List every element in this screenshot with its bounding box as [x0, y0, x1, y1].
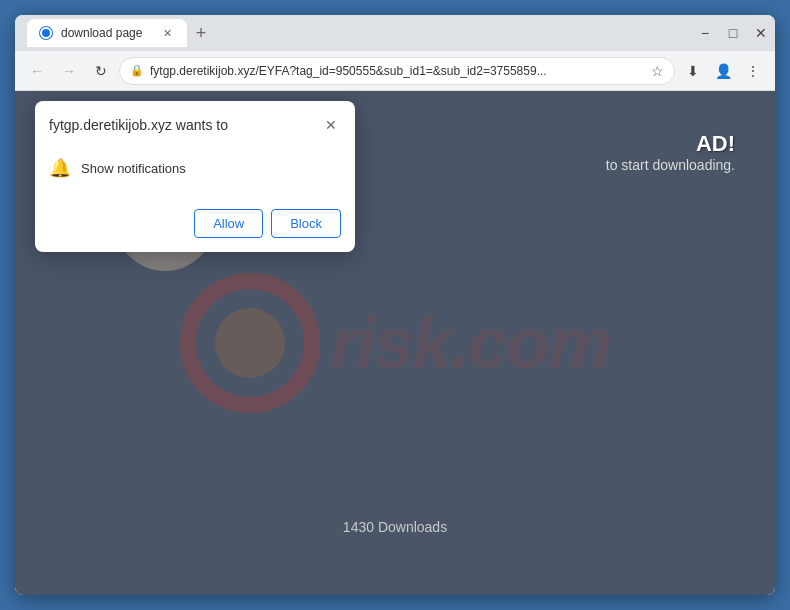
title-bar: download page ✕ + − □ ✕: [15, 15, 775, 51]
minimize-button[interactable]: −: [699, 27, 711, 39]
address-bar[interactable]: 🔒 fytgp.deretikijob.xyz/EYFA?tag_id=9505…: [119, 57, 675, 85]
back-button[interactable]: ←: [23, 57, 51, 85]
page-content: risk.com AD! to start downloading. 1430 …: [15, 91, 775, 595]
menu-button[interactable]: ⋮: [739, 57, 767, 85]
dialog-content: 🔔 Show notifications: [35, 145, 355, 201]
new-tab-button[interactable]: +: [187, 19, 215, 47]
page-subtext: to start downloading.: [606, 157, 735, 173]
bell-icon: 🔔: [49, 157, 71, 179]
bookmark-star-icon[interactable]: ☆: [651, 63, 664, 79]
dialog-buttons: Allow Block: [35, 201, 355, 252]
maximize-button[interactable]: □: [727, 27, 739, 39]
block-button[interactable]: Block: [271, 209, 341, 238]
tab-label: download page: [61, 26, 151, 40]
permission-dialog: fytgp.deretikijob.xyz wants to ✕ 🔔 Show …: [35, 101, 355, 252]
active-tab[interactable]: download page ✕: [27, 19, 187, 47]
page-heading: AD!: [606, 131, 735, 157]
notification-label: Show notifications: [81, 161, 186, 176]
profile-button[interactable]: 👤: [709, 57, 737, 85]
browser-window: download page ✕ + − □ ✕ ← → ↻ 🔒 fytgp.de…: [15, 15, 775, 595]
notification-row: 🔔 Show notifications: [49, 149, 341, 187]
tabs-area: download page ✕ +: [23, 19, 699, 47]
tab-favicon-icon: [39, 26, 53, 40]
allow-button[interactable]: Allow: [194, 209, 263, 238]
window-controls: − □ ✕: [699, 27, 767, 39]
address-text: fytgp.deretikijob.xyz/EYFA?tag_id=950555…: [150, 64, 645, 78]
close-button[interactable]: ✕: [755, 27, 767, 39]
dialog-header: fytgp.deretikijob.xyz wants to ✕: [35, 101, 355, 145]
dialog-close-button[interactable]: ✕: [321, 115, 341, 135]
forward-button[interactable]: →: [55, 57, 83, 85]
reload-button[interactable]: ↻: [87, 57, 115, 85]
watermark-text: risk.com: [330, 302, 610, 384]
nav-actions: ⬇ 👤 ⋮: [679, 57, 767, 85]
tab-close-button[interactable]: ✕: [159, 25, 175, 41]
dialog-title: fytgp.deretikijob.xyz wants to: [49, 117, 228, 133]
page-text-area: AD! to start downloading.: [606, 131, 735, 173]
downloads-button[interactable]: ⬇: [679, 57, 707, 85]
nav-bar: ← → ↻ 🔒 fytgp.deretikijob.xyz/EYFA?tag_i…: [15, 51, 775, 91]
logo-circle: [180, 273, 320, 413]
downloads-count: 1430 Downloads: [343, 519, 447, 535]
lock-icon: 🔒: [130, 64, 144, 77]
watermark-logo: risk.com: [180, 273, 610, 413]
logo-circle-inner: [215, 308, 285, 378]
